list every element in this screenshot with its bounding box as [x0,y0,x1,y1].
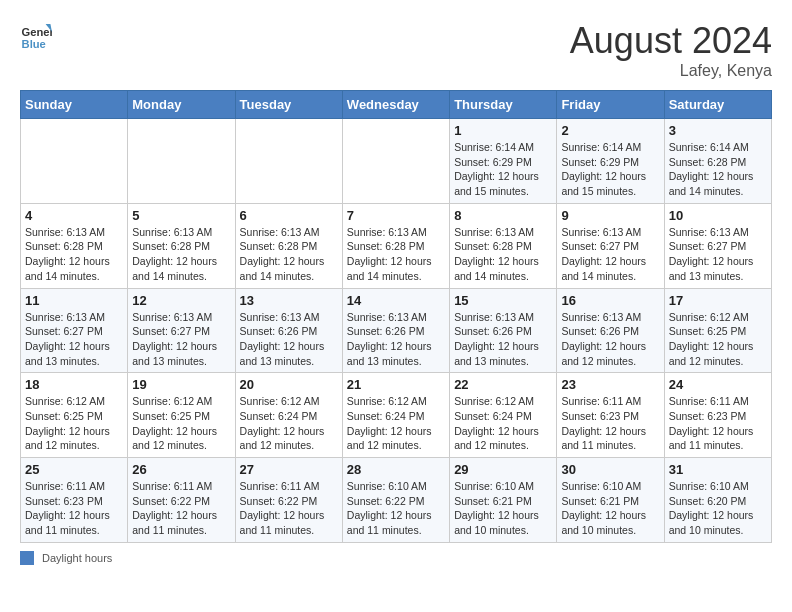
day-number: 11 [25,293,123,308]
calendar-cell: 6Sunrise: 6:13 AM Sunset: 6:28 PM Daylig… [235,203,342,288]
day-number: 5 [132,208,230,223]
calendar-cell: 9Sunrise: 6:13 AM Sunset: 6:27 PM Daylig… [557,203,664,288]
day-number: 30 [561,462,659,477]
calendar-cell: 10Sunrise: 6:13 AM Sunset: 6:27 PM Dayli… [664,203,771,288]
svg-text:Blue: Blue [22,38,46,50]
day-info: Sunrise: 6:11 AM Sunset: 6:23 PM Dayligh… [669,394,767,453]
legend-box [20,551,34,565]
day-number: 24 [669,377,767,392]
day-info: Sunrise: 6:12 AM Sunset: 6:25 PM Dayligh… [669,310,767,369]
day-info: Sunrise: 6:14 AM Sunset: 6:28 PM Dayligh… [669,140,767,199]
day-info: Sunrise: 6:14 AM Sunset: 6:29 PM Dayligh… [454,140,552,199]
calendar-cell: 3Sunrise: 6:14 AM Sunset: 6:28 PM Daylig… [664,119,771,204]
day-number: 3 [669,123,767,138]
day-info: Sunrise: 6:11 AM Sunset: 6:23 PM Dayligh… [25,479,123,538]
calendar-cell: 15Sunrise: 6:13 AM Sunset: 6:26 PM Dayli… [450,288,557,373]
day-info: Sunrise: 6:11 AM Sunset: 6:22 PM Dayligh… [132,479,230,538]
calendar-cell: 11Sunrise: 6:13 AM Sunset: 6:27 PM Dayli… [21,288,128,373]
calendar-cell [342,119,449,204]
calendar-cell: 18Sunrise: 6:12 AM Sunset: 6:25 PM Dayli… [21,373,128,458]
day-number: 28 [347,462,445,477]
logo: General Blue [20,20,52,52]
calendar-cell: 5Sunrise: 6:13 AM Sunset: 6:28 PM Daylig… [128,203,235,288]
title-block: August 2024 Lafey, Kenya [570,20,772,80]
day-info: Sunrise: 6:13 AM Sunset: 6:28 PM Dayligh… [25,225,123,284]
day-number: 12 [132,293,230,308]
day-of-week-header: Monday [128,91,235,119]
calendar-cell: 19Sunrise: 6:12 AM Sunset: 6:25 PM Dayli… [128,373,235,458]
calendar-cell: 8Sunrise: 6:13 AM Sunset: 6:28 PM Daylig… [450,203,557,288]
day-info: Sunrise: 6:11 AM Sunset: 6:23 PM Dayligh… [561,394,659,453]
day-number: 10 [669,208,767,223]
calendar-header: SundayMondayTuesdayWednesdayThursdayFrid… [21,91,772,119]
calendar-cell: 1Sunrise: 6:14 AM Sunset: 6:29 PM Daylig… [450,119,557,204]
page-header: General Blue August 2024 Lafey, Kenya [20,20,772,80]
day-number: 6 [240,208,338,223]
location: Lafey, Kenya [570,62,772,80]
calendar-cell: 14Sunrise: 6:13 AM Sunset: 6:26 PM Dayli… [342,288,449,373]
day-info: Sunrise: 6:13 AM Sunset: 6:26 PM Dayligh… [561,310,659,369]
calendar-cell [128,119,235,204]
day-info: Sunrise: 6:12 AM Sunset: 6:24 PM Dayligh… [347,394,445,453]
day-info: Sunrise: 6:13 AM Sunset: 6:26 PM Dayligh… [347,310,445,369]
day-info: Sunrise: 6:13 AM Sunset: 6:26 PM Dayligh… [240,310,338,369]
calendar-cell: 4Sunrise: 6:13 AM Sunset: 6:28 PM Daylig… [21,203,128,288]
day-of-week-header: Thursday [450,91,557,119]
day-number: 21 [347,377,445,392]
day-info: Sunrise: 6:14 AM Sunset: 6:29 PM Dayligh… [561,140,659,199]
calendar-cell: 31Sunrise: 6:10 AM Sunset: 6:20 PM Dayli… [664,458,771,543]
footer-note: Daylight hours [20,551,772,565]
logo-icon: General Blue [20,20,52,52]
day-number: 22 [454,377,552,392]
day-info: Sunrise: 6:12 AM Sunset: 6:24 PM Dayligh… [240,394,338,453]
day-number: 13 [240,293,338,308]
legend-label: Daylight hours [42,552,112,564]
day-of-week-header: Tuesday [235,91,342,119]
day-of-week-header: Sunday [21,91,128,119]
day-number: 23 [561,377,659,392]
day-number: 20 [240,377,338,392]
day-number: 16 [561,293,659,308]
calendar-week-row: 4Sunrise: 6:13 AM Sunset: 6:28 PM Daylig… [21,203,772,288]
day-info: Sunrise: 6:12 AM Sunset: 6:25 PM Dayligh… [132,394,230,453]
calendar-cell: 20Sunrise: 6:12 AM Sunset: 6:24 PM Dayli… [235,373,342,458]
day-number: 1 [454,123,552,138]
day-number: 4 [25,208,123,223]
calendar-body: 1Sunrise: 6:14 AM Sunset: 6:29 PM Daylig… [21,119,772,543]
day-number: 15 [454,293,552,308]
day-number: 26 [132,462,230,477]
calendar-week-row: 18Sunrise: 6:12 AM Sunset: 6:25 PM Dayli… [21,373,772,458]
calendar-cell: 27Sunrise: 6:11 AM Sunset: 6:22 PM Dayli… [235,458,342,543]
day-info: Sunrise: 6:10 AM Sunset: 6:21 PM Dayligh… [454,479,552,538]
day-info: Sunrise: 6:10 AM Sunset: 6:22 PM Dayligh… [347,479,445,538]
month-year: August 2024 [570,20,772,62]
header-row: SundayMondayTuesdayWednesdayThursdayFrid… [21,91,772,119]
calendar-cell: 17Sunrise: 6:12 AM Sunset: 6:25 PM Dayli… [664,288,771,373]
calendar-cell: 13Sunrise: 6:13 AM Sunset: 6:26 PM Dayli… [235,288,342,373]
day-info: Sunrise: 6:12 AM Sunset: 6:24 PM Dayligh… [454,394,552,453]
day-info: Sunrise: 6:13 AM Sunset: 6:27 PM Dayligh… [132,310,230,369]
calendar-week-row: 25Sunrise: 6:11 AM Sunset: 6:23 PM Dayli… [21,458,772,543]
day-number: 29 [454,462,552,477]
calendar-cell: 16Sunrise: 6:13 AM Sunset: 6:26 PM Dayli… [557,288,664,373]
calendar-cell: 28Sunrise: 6:10 AM Sunset: 6:22 PM Dayli… [342,458,449,543]
day-number: 31 [669,462,767,477]
svg-text:General: General [22,26,52,38]
day-info: Sunrise: 6:10 AM Sunset: 6:21 PM Dayligh… [561,479,659,538]
day-info: Sunrise: 6:13 AM Sunset: 6:27 PM Dayligh… [669,225,767,284]
day-number: 7 [347,208,445,223]
day-info: Sunrise: 6:13 AM Sunset: 6:28 PM Dayligh… [454,225,552,284]
day-of-week-header: Saturday [664,91,771,119]
day-of-week-header: Wednesday [342,91,449,119]
day-info: Sunrise: 6:12 AM Sunset: 6:25 PM Dayligh… [25,394,123,453]
calendar-cell [21,119,128,204]
calendar-cell: 2Sunrise: 6:14 AM Sunset: 6:29 PM Daylig… [557,119,664,204]
calendar-cell: 23Sunrise: 6:11 AM Sunset: 6:23 PM Dayli… [557,373,664,458]
day-info: Sunrise: 6:10 AM Sunset: 6:20 PM Dayligh… [669,479,767,538]
day-info: Sunrise: 6:13 AM Sunset: 6:28 PM Dayligh… [240,225,338,284]
day-number: 17 [669,293,767,308]
day-info: Sunrise: 6:13 AM Sunset: 6:28 PM Dayligh… [347,225,445,284]
day-info: Sunrise: 6:11 AM Sunset: 6:22 PM Dayligh… [240,479,338,538]
calendar-cell: 22Sunrise: 6:12 AM Sunset: 6:24 PM Dayli… [450,373,557,458]
day-info: Sunrise: 6:13 AM Sunset: 6:28 PM Dayligh… [132,225,230,284]
